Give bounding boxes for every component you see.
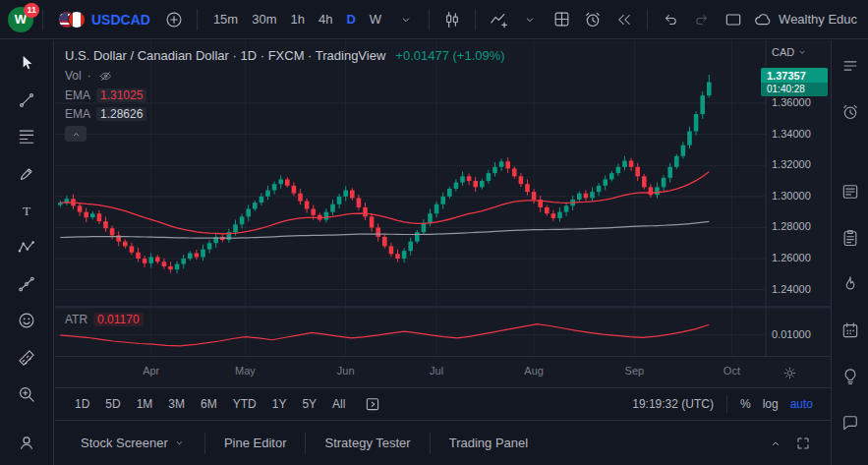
range-5d[interactable]: 5D [97,392,128,416]
tab-label: Strategy Tester [324,436,410,450]
chart-settings-gear[interactable] [779,362,800,383]
layout-grid-button[interactable] [548,6,575,33]
profile-icon [17,433,36,452]
watchlist-panel-button[interactable] [837,52,864,79]
price-axis-label: 1.26000 [772,252,811,263]
chevron-down-icon [796,46,808,58]
tradingview-app: W 11 USDCAD 15m30m1h4hDW Wealthy Educ [0,0,868,465]
price-axis-label: 1.24000 [772,283,811,295]
layout-rectangle-button[interactable] [720,6,747,33]
chart-style-button[interactable] [438,6,466,33]
price-axis-label: 1.30000 [772,190,811,202]
range-3m[interactable]: 3M [160,392,193,416]
legend-collapse-button[interactable] [65,126,87,142]
panel-maximize-button[interactable] [789,430,817,457]
brush-tool-button[interactable] [13,160,40,186]
indicators-button[interactable] [485,6,512,33]
range-1d[interactable]: 1D [67,392,97,416]
emoji-tool-button[interactable] [13,308,40,333]
last-price-badge: 1.37357 01:40:28 [761,68,828,96]
tab-strategy-tester[interactable]: Strategy Tester [313,421,422,465]
range-6m[interactable]: 6M [193,392,225,416]
go-to-date-button[interactable] [359,390,386,418]
cloud-icon [753,10,773,29]
redo-button[interactable] [688,6,716,33]
toolbar-separator [475,9,476,30]
log-scale-toggle[interactable]: log [757,392,784,416]
undo-button[interactable] [657,6,684,33]
alerts-icon [840,102,860,122]
timeframe-menu-chevron[interactable] [392,6,420,33]
timeframe-15m[interactable]: 15m [206,7,245,32]
timezone-clock[interactable]: 19:19:32 (UTC) [626,392,720,416]
chart-canvas[interactable]: CAD 1.360001.340001.320001.300001.280001… [55,40,831,387]
chat-panel-button[interactable] [837,409,864,436]
chevron-down-icon [522,12,538,28]
cursor-icon [17,53,36,73]
chat-icon [840,413,860,433]
volume-visibility-toggle[interactable] [97,68,115,84]
symbol-search-button[interactable]: USDCAD [52,6,156,33]
bar-replay-button[interactable] [610,6,638,33]
auto-scale-toggle[interactable]: auto [784,392,819,416]
price-axis-label: 1.36000 [772,96,811,108]
hotlists-panel-button[interactable] [837,270,864,297]
timeframe-30m[interactable]: 30m [245,7,283,32]
range-1y[interactable]: 1Y [264,392,295,416]
right-panel-rail [831,40,868,465]
range-5y[interactable]: 5Y [294,392,324,416]
timeframe-4h[interactable]: 4h [312,7,339,32]
atr-label: ATR [65,313,87,326]
calendar-panel-button[interactable] [837,317,864,343]
tab-pine-editor[interactable]: Pine Editor [212,421,299,465]
alerts-panel-button[interactable] [837,98,864,125]
timeframe-d[interactable]: D [339,7,362,32]
symbol-flags [58,11,86,29]
ideas-icon [840,367,860,386]
chevron-down-icon [173,436,186,449]
timeframe-1h[interactable]: 1h [283,7,311,32]
range-ytd[interactable]: YTD [225,392,264,416]
atr-axis-label: 0.01000 [772,328,811,340]
timeframe-w[interactable]: W [363,7,388,32]
atr-legend: ATR 0.01170 [65,313,144,326]
toolbar-separator [429,9,430,30]
indicator-legend-ema-2[interactable]: EMA1.28626 [65,107,505,121]
top-toolbar: W 11 USDCAD 15m30m1h4hDW Wealthy Educ [0,0,868,39]
xabcd-pattern-tool-button[interactable] [13,234,40,260]
panel-open-button[interactable] [762,430,789,457]
toolbar-separator [647,9,648,30]
create-alert-button[interactable] [579,6,607,33]
zoom-tool-button[interactable] [13,381,40,407]
price-axis-currency-menu[interactable]: CAD [772,46,808,58]
trend-line-tool-button[interactable] [13,87,40,112]
news-panel-button[interactable] [837,178,864,204]
range-1m[interactable]: 1M [129,392,161,416]
time-axis-month-oct: Oct [717,365,746,377]
app-logo[interactable]: W 11 [8,7,33,32]
ideas-panel-button[interactable] [837,363,864,389]
saved-layout-button[interactable]: Wealthy Educ [753,10,857,29]
percent-scale-toggle[interactable]: % [734,392,757,416]
range-all[interactable]: All [324,392,353,416]
data-window-panel-button[interactable] [837,224,864,251]
time-axis[interactable]: AprMayJunJulAugSepOct [55,356,831,387]
date-range-buttons: 1D5D1M3M6MYTD1Y5YAll [67,392,353,416]
indicator-templates-chevron[interactable] [516,6,544,33]
maximize-icon [795,436,811,451]
time-axis-month-aug: Aug [519,365,549,377]
forecast-tool-button[interactable] [13,271,40,297]
indicator-legend-ema-1[interactable]: EMA1.31025 [65,88,505,102]
profile-button[interactable] [13,430,40,455]
bottom-toolbar: 1D5D1M3M6MYTD1Y5YAll 19:19:32 (UTC) % lo… [55,387,831,420]
tab-trading-panel[interactable]: Trading Panel [437,421,540,465]
compare-add-symbol-button[interactable] [160,6,188,33]
rectangle-icon [723,10,743,29]
text-tool-button[interactable]: T [13,198,40,223]
alert-clock-icon [583,10,603,29]
indicator-legend: EMA1.31025EMA1.28626 [65,88,505,121]
measure-ruler-tool-button[interactable] [13,345,40,371]
fib-retracement-tool-button[interactable] [13,124,40,149]
tab-stock-screener[interactable]: Stock Screener [69,421,198,465]
cursor-tool-button[interactable] [13,50,40,76]
